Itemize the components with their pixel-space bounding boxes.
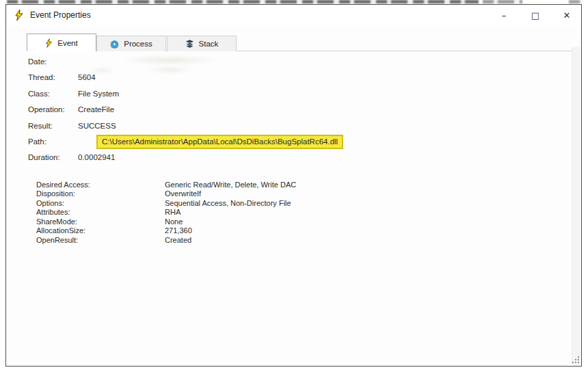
detail-row: Options:Sequential Access, Non-Directory… [36, 199, 291, 208]
event-properties-dialog: Event Properties – □ ✕ Event Process [5, 4, 582, 367]
detail-label: OpenResult: [36, 236, 165, 244]
window-title: Event Properties [30, 10, 91, 20]
field-label: Class: [28, 90, 78, 98]
field-row-class: Class:File System [28, 90, 119, 101]
detail-value: None [165, 217, 183, 226]
highlighted-path-value: C:\Users\Administrator\AppData\Local\DsD… [96, 135, 343, 149]
erased-date-smudge [119, 55, 222, 65]
lightning-icon [14, 10, 24, 21]
field-label: Path: [28, 137, 78, 146]
detail-label: Attributes: [36, 208, 165, 216]
detail-value: OverwriteIf [165, 189, 201, 198]
lightning-icon [45, 38, 53, 48]
detail-row: Desired Access:Generic Read/Write, Delet… [36, 181, 296, 189]
tab-event[interactable]: Event [27, 34, 96, 51]
tab-label: Process [124, 40, 152, 48]
detail-label: AllocationSize: [36, 226, 165, 235]
minimize-button[interactable]: – [492, 5, 516, 25]
field-label: Result: [28, 122, 78, 130]
scrollbar-track[interactable] [572, 47, 580, 365]
field-row-result: Result:SUCCESS [28, 122, 116, 133]
detail-value: Sequential Access, Non-Directory File [165, 199, 291, 207]
field-value: 5604 [78, 73, 96, 81]
field-row-thread: Thread:5604 [28, 73, 96, 84]
field-value: File System [78, 90, 119, 98]
field-value: 0.0002941 [78, 153, 115, 161]
detail-row: Attributes:RHA [36, 208, 181, 217]
detail-row: Disposition:OverwriteIf [36, 189, 201, 198]
detail-row: AllocationSize:271,360 [36, 226, 192, 235]
detail-value: RHA [165, 208, 181, 216]
screenshot-artifact-strip [569, 0, 583, 3]
detail-value: 271,360 [165, 226, 192, 235]
field-row-operation: Operation:CreateFile [28, 105, 114, 116]
field-label: Duration: [28, 153, 78, 161]
field-row-duration: Duration:0.0002941 [28, 153, 115, 164]
tab-process[interactable]: Process [96, 36, 166, 51]
detail-label: Desired Access: [36, 181, 165, 189]
erased-date-smudge [146, 66, 194, 73]
maximize-button[interactable]: □ [524, 5, 547, 25]
field-label: Date: [28, 57, 78, 66]
detail-row: OpenResult:Created [36, 236, 191, 245]
tab-stack[interactable]: Stack [167, 36, 237, 51]
tab-label: Event [57, 39, 77, 47]
detail-row: ShareMode:None [36, 217, 183, 226]
tab-label: Stack [199, 40, 219, 48]
field-label: Operation: [28, 105, 78, 114]
close-button[interactable]: ✕ [555, 5, 578, 25]
section-divider [28, 170, 561, 171]
gear-icon [110, 40, 119, 49]
detail-value: Generic Read/Write, Delete, Write DAC [165, 181, 296, 189]
screenshot-artifact-strip [483, 0, 522, 3]
tab-strip: Event Process Stack [27, 34, 572, 51]
detail-value: Created [165, 236, 191, 244]
erased-date-smudge [88, 68, 116, 73]
field-value: CreateFile [78, 105, 114, 114]
detail-label: ShareMode: [36, 217, 165, 226]
field-label: Thread: [28, 73, 78, 81]
screenshot-artifact-strip [7, 0, 479, 3]
field-value: SUCCESS [78, 122, 116, 130]
resize-grip-icon[interactable] [572, 356, 580, 364]
field-row-path: Path: C:\Users\Administrator\AppData\Loc… [28, 137, 78, 148]
detail-label: Options: [36, 199, 165, 207]
detail-label: Disposition: [36, 189, 165, 198]
stack-icon [185, 40, 194, 48]
field-row-date: Date: [28, 57, 78, 68]
